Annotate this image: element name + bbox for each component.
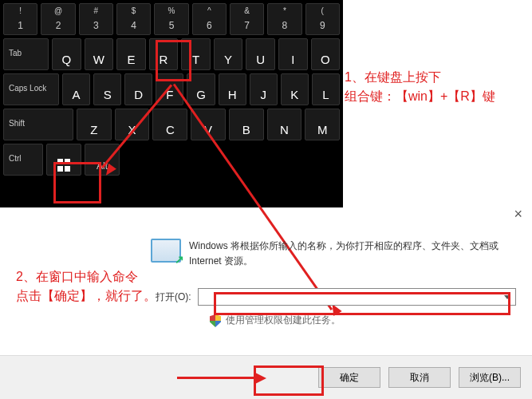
key-s: S (93, 73, 121, 105)
run-dialog-icon (151, 239, 181, 263)
browse-button[interactable]: 浏览(B)... (459, 367, 521, 388)
key-k: K (281, 73, 309, 105)
key-h: H (219, 73, 246, 105)
key-u: U (246, 38, 275, 70)
key-c: C (152, 109, 187, 140)
key-3: #3 (79, 3, 113, 35)
key-q: Q (52, 38, 81, 70)
cancel-button[interactable]: 取消 (388, 367, 451, 388)
key-z: Z (77, 109, 112, 140)
key-9: (9 (305, 3, 340, 35)
key-b: B (229, 109, 264, 140)
ctrl-key: Ctrl (3, 144, 43, 176)
key-w: W (85, 38, 114, 70)
key-5: %5 (154, 3, 188, 35)
key-x: X (115, 109, 150, 140)
capslock-key: Caps Lock (3, 73, 59, 105)
key-2: @2 (41, 3, 75, 35)
windows-logo-icon (57, 159, 70, 172)
key-j: J (250, 73, 278, 105)
arrow-to-ok (177, 377, 257, 379)
run-dialog: Windows 将根据你所输入的名称，为你打开相应的程序、文件夹、文档或 Int… (148, 235, 522, 327)
key-6: ^6 (192, 3, 227, 35)
open-input[interactable] (198, 288, 516, 306)
arrow-head-ok (254, 372, 266, 385)
shift-key: Shift (3, 109, 73, 140)
tab-key: Tab (3, 38, 49, 70)
key-n: N (267, 109, 302, 140)
keyboard: !1@2#3$4%5^6&7*8(9 Tab QWERTYUIO Caps Lo… (0, 0, 343, 207)
close-icon[interactable]: × (514, 206, 522, 223)
key-1: !1 (3, 3, 37, 35)
key-o: O (311, 38, 341, 70)
shield-icon (210, 314, 221, 327)
key-i: I (278, 38, 308, 70)
key-7: &7 (230, 3, 264, 35)
annotation-step2: 2、在窗口中输入命令 点击【确定】，就行了。 (16, 267, 156, 306)
key-g: G (187, 73, 215, 105)
key-8: *8 (267, 3, 301, 35)
annotation-step1: 1、在键盘上按下 组合键：【win】+【R】键 (345, 68, 495, 106)
key-e: E (116, 38, 146, 70)
ok-button[interactable]: 确定 (318, 367, 380, 388)
key-d: D (124, 73, 152, 105)
key-4: $4 (116, 3, 151, 35)
key-m: M (305, 109, 340, 140)
key-r: R (149, 38, 179, 70)
admin-text: 使用管理权限创建此任务。 (226, 314, 341, 327)
key-y: Y (214, 38, 243, 70)
key-l: L (312, 73, 340, 105)
win-key (46, 144, 81, 176)
key-a: A (62, 73, 90, 105)
dialog-description: Windows 将根据你所输入的名称，为你打开相应的程序、文件夹、文档或 Int… (189, 239, 519, 269)
key-t: T (181, 38, 211, 70)
open-label: 打开(O): (156, 290, 191, 304)
